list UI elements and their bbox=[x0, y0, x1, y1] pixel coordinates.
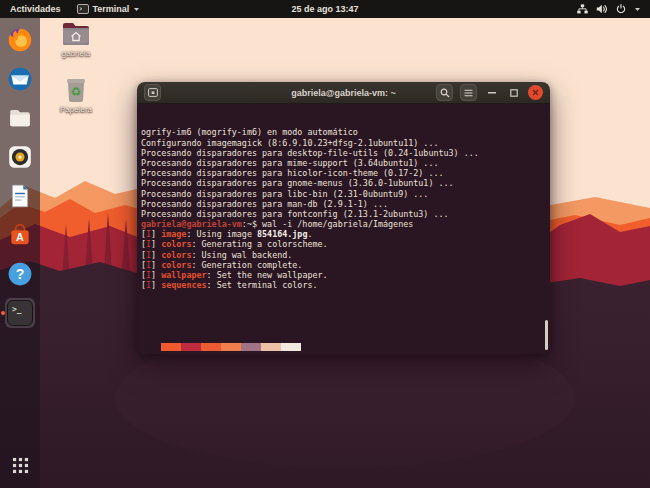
dock-item-files[interactable] bbox=[5, 103, 35, 133]
dock-item-help[interactable]: ? bbox=[5, 259, 35, 289]
show-applications-button[interactable] bbox=[5, 450, 35, 480]
dock-item-rhythmbox[interactable] bbox=[5, 142, 35, 172]
firefox-icon bbox=[7, 27, 33, 53]
terminal-line: gabriela@gabriela-vm:~$ wal -i /home/gab… bbox=[141, 219, 550, 229]
palette-swatch bbox=[241, 343, 261, 351]
new-tab-button[interactable] bbox=[144, 84, 161, 101]
terminal-line: [I] image: Using image 854164.jpg. bbox=[141, 229, 550, 239]
minimize-icon bbox=[488, 92, 496, 94]
terminal-line: Procesando disparadores para gnome-menus… bbox=[141, 178, 550, 188]
search-button[interactable] bbox=[436, 84, 453, 101]
desktop-icon-label: Papelera bbox=[60, 105, 92, 114]
home-folder-icon bbox=[61, 21, 91, 47]
activities-button[interactable]: Actividades bbox=[10, 4, 61, 14]
terminal-line: Procesando disparadores para mime-suppor… bbox=[141, 158, 550, 168]
chevron-down-icon bbox=[634, 7, 641, 12]
palette-swatch bbox=[221, 343, 241, 351]
desktop-icon-label: gabriela bbox=[62, 49, 90, 58]
terminal-line: Procesando disparadores para libc-bin (2… bbox=[141, 189, 550, 199]
app-menu-button[interactable]: Terminal bbox=[77, 4, 141, 14]
svg-text:?: ? bbox=[16, 266, 25, 282]
files-icon bbox=[7, 105, 33, 131]
new-terminal-icon bbox=[148, 88, 158, 97]
desktop-icon-trash[interactable]: ♻ Papelera bbox=[47, 77, 105, 114]
dock-item-ubuntu-software[interactable]: A bbox=[5, 220, 35, 250]
chevron-down-icon bbox=[133, 7, 140, 12]
svg-text:A: A bbox=[16, 231, 24, 243]
palette-row-1 bbox=[141, 343, 301, 351]
terminal-line: Procesando disparadores para desktop-fil… bbox=[141, 148, 550, 158]
hamburger-menu-icon bbox=[464, 89, 473, 97]
terminal-line: [I] sequences: Set terminal colors. bbox=[141, 280, 550, 290]
maximize-button[interactable] bbox=[506, 85, 521, 100]
trash-icon: ♻ bbox=[63, 77, 89, 103]
terminal-line: [I] colors: Generation complete. bbox=[141, 260, 550, 270]
desktop-icon-home-folder[interactable]: gabriela bbox=[47, 21, 105, 58]
terminal-scrollbar[interactable] bbox=[545, 320, 548, 350]
dock: A ? >_ bbox=[0, 18, 40, 488]
terminal-line: Procesando disparadores para man-db (2.9… bbox=[141, 199, 550, 209]
terminal-line bbox=[141, 290, 550, 300]
terminal-line: Procesando disparadores para hicolor-ico… bbox=[141, 168, 550, 178]
palette-swatch bbox=[201, 343, 221, 351]
terminal-titlebar[interactable]: gabriela@gabriela-vm: ~ bbox=[137, 82, 550, 104]
maximize-icon bbox=[510, 89, 518, 97]
terminal-line: Procesando disparadores para fontconfig … bbox=[141, 209, 550, 219]
dock-item-thunderbird[interactable] bbox=[5, 64, 35, 94]
palette-swatch bbox=[161, 343, 181, 351]
terminal-line: [I] wallpaper: Set the new wallpaper. bbox=[141, 270, 550, 280]
terminal-output[interactable]: ogrify-im6 (mogrify-im6) en modo automát… bbox=[137, 104, 550, 354]
dock-item-libreoffice-writer[interactable] bbox=[5, 181, 35, 211]
terminal-line: Configurando imagemagick (8:6.9.10.23+df… bbox=[141, 138, 550, 148]
terminal-window-icon bbox=[77, 4, 89, 14]
close-button[interactable] bbox=[528, 85, 543, 100]
libreoffice-writer-icon bbox=[7, 183, 33, 209]
minimize-button[interactable] bbox=[484, 85, 499, 100]
desktop: Actividades Terminal 25 de ago 13:47 bbox=[0, 0, 650, 488]
volume-icon bbox=[596, 4, 608, 14]
palette-swatch bbox=[181, 343, 201, 351]
top-bar: Actividades Terminal 25 de ago 13:47 bbox=[0, 0, 650, 18]
palette-swatch bbox=[141, 343, 161, 351]
color-palette bbox=[141, 323, 301, 354]
power-icon bbox=[616, 4, 626, 14]
app-menu-label: Terminal bbox=[93, 4, 130, 14]
palette-swatch bbox=[261, 343, 281, 351]
system-status-area[interactable] bbox=[577, 4, 650, 14]
dock-item-firefox[interactable] bbox=[5, 25, 35, 55]
clock[interactable]: 25 de ago 13:47 bbox=[291, 4, 358, 14]
terminal-window: gabriela@gabriela-vm: ~ ogrify-im6 (mog bbox=[137, 82, 550, 354]
terminal-line: ogrify-im6 (mogrify-im6) en modo automát… bbox=[141, 127, 550, 137]
network-icon bbox=[577, 4, 588, 14]
dock-item-terminal[interactable]: >_ bbox=[5, 298, 35, 328]
ubuntu-software-icon: A bbox=[7, 222, 33, 248]
terminal-line: [I] colors: Using wal backend. bbox=[141, 250, 550, 260]
running-indicator bbox=[1, 311, 5, 315]
menu-button[interactable] bbox=[460, 84, 477, 101]
search-icon bbox=[440, 88, 450, 98]
terminal-line: [I] colors: Generating a colorscheme. bbox=[141, 239, 550, 249]
close-icon bbox=[532, 89, 539, 96]
apps-grid-icon bbox=[12, 457, 29, 474]
terminal-lines-top: ogrify-im6 (mogrify-im6) en modo automát… bbox=[141, 127, 550, 300]
svg-text:♻: ♻ bbox=[71, 85, 82, 99]
terminal-icon: >_ bbox=[7, 300, 33, 326]
rhythmbox-icon bbox=[7, 144, 33, 170]
help-icon: ? bbox=[7, 261, 33, 287]
palette-swatch bbox=[281, 343, 301, 351]
thunderbird-icon bbox=[7, 66, 33, 92]
